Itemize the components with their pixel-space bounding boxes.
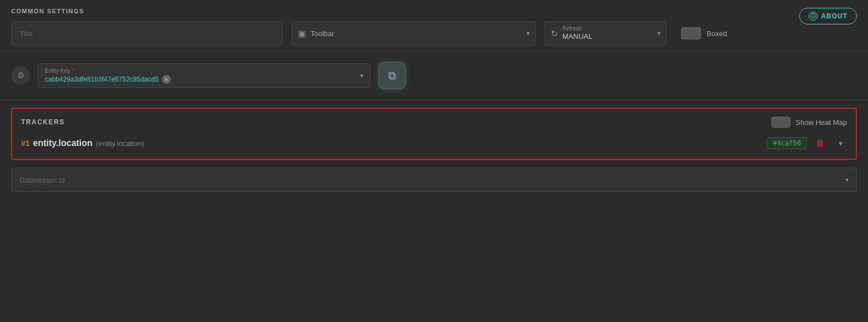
datastream-label: Datastream Id	[19, 176, 65, 184]
toolbar-text: Toolbar	[311, 29, 522, 38]
title-input[interactable]	[11, 21, 283, 46]
refresh-label: Refresh	[562, 26, 653, 32]
tracker-subname: (entity.location)	[96, 139, 144, 148]
entity-key-required: *	[72, 68, 74, 74]
common-settings-label: COMMON SETTINGS	[11, 8, 857, 14]
tracker-name: entity.location	[33, 138, 93, 148]
refresh-chevron-icon: ▾	[657, 29, 661, 37]
entity-key-clear-button[interactable]: ✕	[162, 75, 171, 84]
toolbar-icon: ▣	[298, 28, 306, 39]
show-heat-map-toggle[interactable]	[771, 117, 790, 128]
about-button[interactable]: ⓘ ABOUT	[799, 8, 857, 24]
toolbar-select[interactable]: ▣ Toolbar ▾	[292, 21, 536, 46]
entity-key-value: cabb429a3dfe81b3f47e6752c85dacd5	[45, 76, 159, 83]
datastream-dropdown[interactable]: Datastream Id ▾	[11, 168, 857, 192]
entity-key-chevron-icon: ▾	[360, 72, 363, 79]
entity-key-label: Entity Key	[45, 68, 70, 74]
refresh-icon: ↻	[551, 28, 558, 39]
boxed-label: Boxed	[707, 29, 727, 38]
datastream-chevron-icon: ▾	[845, 176, 849, 184]
tracker-row: #1 entity.location (entity.location) #4c…	[21, 135, 847, 151]
tracker-color-badge[interactable]: #4caf50	[767, 137, 807, 149]
about-label: ABOUT	[821, 12, 847, 20]
copy-icon: ⧉	[388, 69, 396, 82]
show-heat-map-label: Show Heat Map	[796, 118, 847, 127]
refresh-select[interactable]: ↻ Refresh MANUAL ▾	[545, 21, 667, 46]
refresh-value: MANUAL	[562, 32, 653, 41]
tracker-expand-button[interactable]: ▾	[834, 137, 847, 150]
entity-key-dropdown[interactable]: Entity Key * cabb429a3dfe81b3f47e6752c85…	[38, 63, 370, 88]
tracker-delete-button[interactable]: 🗑	[813, 135, 828, 151]
boxed-toggle[interactable]	[681, 27, 701, 39]
trackers-title: TRACKERS	[21, 118, 65, 126]
copy-button[interactable]: ⧉	[378, 62, 406, 89]
tracker-number: #1	[21, 139, 30, 148]
gear-icon: ⚙	[11, 66, 30, 85]
about-icon: ⓘ	[809, 12, 818, 21]
toolbar-chevron-icon: ▾	[526, 29, 530, 37]
